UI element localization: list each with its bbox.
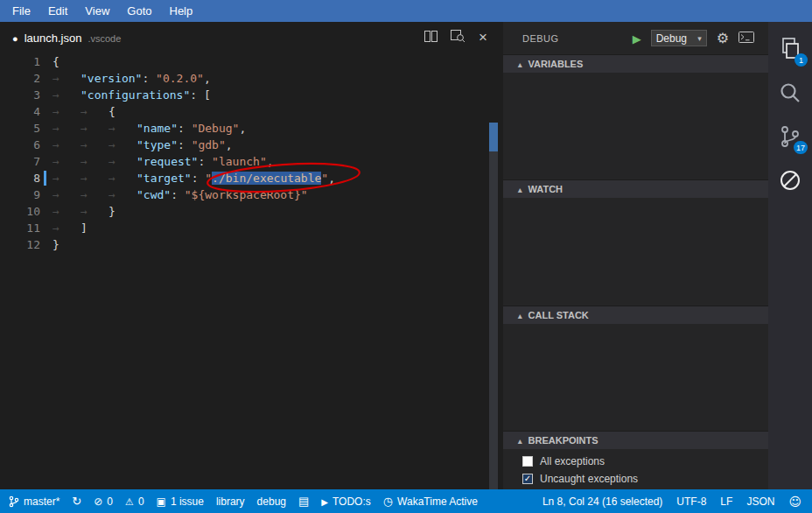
language-mode[interactable]: JSON [746,495,774,508]
wakatime-item[interactable]: WakaTime Active [383,495,478,508]
menu-item-goto[interactable]: Goto [118,0,160,22]
statusbar-right: Ln 8, Col 24 (16 selected)UTF-8LFJSON [542,495,812,509]
section-label: CALL STACK [528,310,589,320]
code-token: ] [80,221,88,235]
line-number: 10 [0,203,40,220]
section-header-callstack[interactable]: CALL STACK [503,306,768,324]
checkbox-all-exceptions[interactable] [522,456,533,467]
split-editor-icon[interactable] [424,30,438,46]
code-line-3[interactable]: 3→"configurations": [ [0,87,503,103]
debug-item[interactable]: debug [257,495,286,508]
menu-item-edit[interactable]: Edit [39,0,76,22]
whitespace-arrow: → [52,70,80,87]
whitespace-arrow: → [52,220,80,236]
breakpoint-label: Uncaught exceptions [540,473,638,485]
scrollbar[interactable] [489,123,498,489]
git-branch-item[interactable]: master* [9,495,60,508]
menu-item-file[interactable]: File [4,0,39,22]
debug-sidebar: DEBUG Debug VARIABLES WATCH [503,22,768,489]
todos-item[interactable]: TODO:s [321,495,370,508]
tab-launch-json[interactable]: ● launch.json .vscode [0,32,121,45]
activity-search-button[interactable] [775,80,805,109]
code-token: , [267,155,274,168]
line-number: 3 [0,87,40,103]
code-line-12[interactable]: 12} [0,236,503,253]
code-editor[interactable]: 1{2→"version": "0.2.0",3→"configurations… [0,53,503,489]
debug-config-dropdown[interactable]: Debug [651,30,707,46]
activity-bar: 1 17 [768,22,812,489]
code-line-1[interactable]: 1{ [0,53,503,70]
code-line-5[interactable]: 5→→→"name": "Debug", [0,120,503,137]
tab-bar: ● launch.json .vscode [0,22,503,53]
code-token: "${workspaceRoot}" [185,188,308,201]
activity-explorer-button[interactable]: 1 [775,36,805,66]
whitespace-arrow: → [52,120,80,137]
eol[interactable]: LF [720,495,732,508]
scm-count-badge: 17 [794,141,808,154]
cursor-indicator [44,171,46,186]
error-count[interactable]: 0 [94,495,113,508]
cursor-position[interactable]: Ln 8, Col 24 (16 selected) [542,495,662,508]
label: 1 issue [171,495,204,508]
open-preview-icon[interactable] [451,30,466,46]
activity-source-control-button[interactable]: 17 [775,123,805,153]
library-item[interactable]: library [216,495,245,508]
scrollbar-thumb[interactable] [489,123,498,151]
menu-item-help[interactable]: Help [161,0,202,22]
code-line-10[interactable]: 10→→} [0,203,503,220]
whitespace-arrow: → [52,137,80,153]
breakpoint-all-exceptions[interactable]: All exceptions [503,453,768,470]
debug-console-icon[interactable] [738,31,754,46]
book-item[interactable] [298,495,309,508]
code-line-6[interactable]: 6→→→"type": "gdb", [0,137,503,153]
start-debug-icon[interactable] [633,31,641,46]
whitespace-arrow: → [52,87,80,103]
menu-item-view[interactable]: View [76,0,118,22]
code-line-7[interactable]: 7→→→"request": "launch", [0,153,503,170]
menubar: FileEditViewGotoHelp [0,0,812,22]
code-token: "type" [136,138,178,151]
whitespace-arrow: → [52,103,80,120]
notification-badge: 1 [794,53,808,67]
label: 0 [138,495,144,508]
code-token: { [108,105,116,118]
label: TODO:s [332,495,371,508]
code-token: : [178,122,192,135]
code-line-2[interactable]: 2→"version": "0.2.0", [0,70,503,87]
line-number: 9 [0,186,40,203]
checkbox-uncaught-exceptions[interactable] [522,474,533,484]
sync-button[interactable] [72,495,81,508]
debug-panel-title: DEBUG [522,33,559,44]
label: master* [24,495,60,508]
clock-icon [383,495,393,508]
issues-item[interactable]: 1 issue [157,495,204,508]
encoding[interactable]: UTF-8 [676,495,706,508]
warning-count[interactable]: 0 [125,495,144,508]
configure-gear-icon[interactable] [717,30,729,46]
debug-toolbar: DEBUG Debug [503,22,768,54]
activity-debug-button[interactable] [775,167,805,197]
variables-panel [503,73,768,179]
code-token: } [108,205,116,218]
label: 0 [107,495,113,508]
section-header-variables[interactable]: VARIABLES [503,54,768,73]
code-token: { [52,55,60,68]
code-token: "target" [136,172,192,185]
breakpoint-uncaught-exceptions[interactable]: Uncaught exceptions [503,470,768,488]
code-line-11[interactable]: 11→] [0,220,503,236]
code-token: : [142,72,156,85]
code-line-8[interactable]: 8→→→"target": "./bin/executable", [0,170,503,186]
debug-toolbar-actions: Debug [633,30,754,46]
code-token: "launch" [212,155,267,168]
line-number: 7 [0,153,40,170]
line-number: 8 [0,170,40,186]
feedback-smiley[interactable] [788,495,802,509]
code-line-9[interactable]: 9→→→"cwd": "${workspaceRoot}" [0,186,503,203]
section-header-watch[interactable]: WATCH [503,179,768,198]
code-token: , [328,172,335,185]
close-icon[interactable] [479,30,487,46]
code-line-4[interactable]: 4→→{ [0,103,503,120]
section-label: BREAKPOINTS [528,435,598,446]
section-header-breakpoints[interactable]: BREAKPOINTS [503,431,768,449]
whitespace-arrow: → [108,186,136,203]
